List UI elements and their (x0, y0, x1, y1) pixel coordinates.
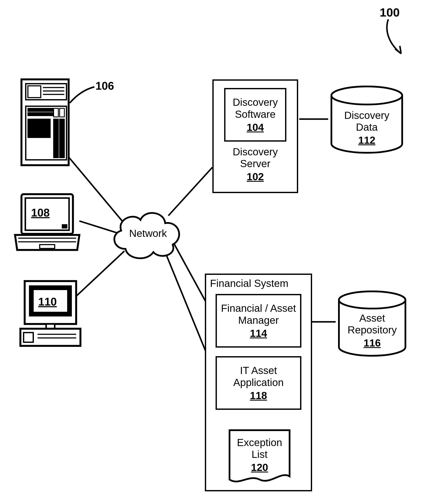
figure-reference: 100 (380, 5, 400, 19)
svg-rect-20 (39, 119, 42, 122)
discovery-software-ref: 104 (247, 121, 264, 133)
svg-rect-41 (28, 135, 31, 138)
asset-repo-label1: Asset (336, 312, 409, 324)
exception-list-label1: Exception (227, 437, 292, 448)
discovery-server-label2: Server (212, 158, 298, 169)
discovery-server-label1: Discovery (212, 146, 298, 158)
discovery-data-ref: 112 (358, 134, 375, 146)
diagram-canvas: 100 106 (0, 0, 423, 504)
svg-rect-27 (43, 123, 46, 126)
laptop-icon (13, 192, 82, 254)
svg-rect-31 (36, 127, 39, 130)
desktop-ref: 110 (38, 295, 57, 308)
svg-point-68 (339, 291, 405, 309)
svg-rect-22 (47, 119, 50, 122)
svg-rect-28 (47, 123, 50, 126)
svg-rect-26 (39, 123, 42, 126)
svg-rect-38 (39, 131, 42, 134)
svg-rect-33 (43, 127, 46, 130)
financial-manager-box: Financial / Asset Manager 114 (215, 294, 301, 348)
exception-list-label2: List (227, 448, 292, 460)
discovery-server-ref: 102 (247, 171, 264, 183)
svg-rect-39 (43, 131, 46, 134)
svg-rect-24 (32, 123, 35, 126)
asset-repo-label2: Repository (336, 324, 409, 336)
svg-rect-35 (28, 131, 31, 134)
exception-list-labels: Exception List 120 (227, 437, 292, 473)
svg-rect-30 (32, 127, 35, 130)
it-asset-app-label2: Application (233, 377, 284, 388)
mainframe-icon (19, 77, 73, 169)
laptop-ref: 108 (31, 206, 50, 219)
asset-repo-labels: Asset Repository 116 (336, 312, 409, 349)
financial-manager-label1: Financial / Asset (221, 302, 296, 314)
svg-point-66 (331, 86, 402, 104)
svg-rect-50 (60, 119, 64, 158)
it-asset-app-label1: IT Asset (240, 365, 277, 376)
svg-rect-21 (43, 119, 46, 122)
mainframe-ref: 106 (95, 79, 114, 92)
svg-rect-18 (32, 119, 35, 122)
svg-rect-25 (36, 123, 39, 126)
svg-rect-36 (32, 131, 35, 134)
svg-rect-15 (28, 108, 54, 111)
discovery-server-labels: Discovery Server 102 (212, 146, 298, 183)
svg-rect-43 (36, 135, 39, 138)
svg-rect-53 (62, 224, 67, 228)
financial-manager-ref: 114 (250, 327, 267, 339)
discovery-software-label1: Discovery (233, 96, 278, 108)
svg-rect-16 (28, 113, 54, 116)
svg-rect-40 (47, 131, 50, 134)
financial-manager-label2: Manager (238, 314, 279, 326)
discovery-software-label2: Software (235, 108, 275, 120)
it-asset-app-ref: 118 (250, 390, 267, 402)
discovery-data-label2: Data (328, 121, 405, 133)
discovery-software-box: Discovery Software 104 (224, 88, 286, 142)
svg-rect-37 (36, 131, 39, 134)
financial-system-title: Financial System (206, 275, 311, 292)
network-label: Network (129, 228, 167, 239)
discovery-data-label1: Discovery (328, 109, 405, 121)
svg-rect-34 (47, 127, 50, 130)
svg-rect-42 (32, 135, 35, 138)
svg-rect-23 (28, 123, 31, 126)
svg-rect-49 (54, 119, 58, 158)
svg-rect-46 (47, 135, 50, 138)
it-asset-app-box: IT Asset Application 118 (215, 356, 301, 410)
asset-repo-ref: 116 (363, 337, 381, 349)
svg-rect-44 (39, 135, 42, 138)
svg-rect-61 (20, 329, 80, 346)
svg-rect-45 (43, 135, 46, 138)
svg-rect-19 (36, 119, 39, 122)
svg-rect-17 (28, 119, 31, 122)
svg-rect-32 (39, 127, 42, 130)
desktop-icon (18, 279, 83, 350)
svg-rect-29 (28, 127, 31, 130)
exception-list-ref: 120 (251, 462, 268, 473)
discovery-data-labels: Discovery Data 112 (328, 109, 405, 146)
